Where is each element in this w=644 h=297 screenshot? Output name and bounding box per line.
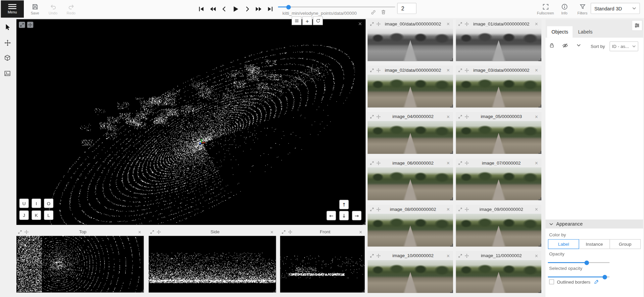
resize-handle[interactable]: [362, 290, 365, 293]
delete-button[interactable]: [380, 9, 386, 15]
undo-button[interactable]: Undo: [44, 1, 62, 17]
resize-handle[interactable]: [363, 222, 366, 225]
resize-handle[interactable]: [450, 58, 453, 61]
color-by-instance-option[interactable]: Instance: [579, 239, 610, 249]
resize-handle[interactable]: [539, 244, 542, 247]
filters-button[interactable]: Filters: [574, 1, 592, 17]
slider-handle[interactable]: [602, 275, 607, 279]
next-frame-button[interactable]: [242, 3, 252, 15]
hotkey-i-button[interactable]: I: [32, 198, 41, 208]
close-button[interactable]: ×: [534, 160, 539, 166]
redo-button[interactable]: Redo: [62, 1, 80, 17]
move-button[interactable]: [464, 253, 469, 258]
play-button[interactable]: [231, 3, 241, 15]
pan-down-button[interactable]: ↓: [339, 211, 349, 220]
move-button[interactable]: [464, 21, 469, 26]
tab-objects[interactable]: Objects: [547, 26, 573, 38]
move-button[interactable]: [464, 207, 469, 211]
resize-handle[interactable]: [539, 290, 542, 293]
resize-handle[interactable]: [273, 290, 276, 293]
resize-handle[interactable]: [539, 105, 542, 108]
camera-image[interactable]: [456, 75, 542, 108]
side-view-canvas[interactable]: [149, 236, 276, 293]
close-button[interactable]: ×: [445, 21, 451, 26]
pan-left-button[interactable]: ←: [327, 211, 336, 220]
close-button[interactable]: ×: [534, 114, 539, 119]
context-menu-button[interactable]: [292, 16, 301, 25]
expand-button[interactable]: [370, 161, 374, 165]
expand-button[interactable]: [370, 253, 374, 258]
timeline-slider[interactable]: [278, 4, 395, 10]
close-button[interactable]: ×: [269, 229, 275, 235]
expand-button[interactable]: [458, 207, 462, 211]
slider-handle[interactable]: [286, 5, 291, 9]
resize-handle[interactable]: [450, 290, 453, 293]
resize-handle[interactable]: [539, 151, 542, 154]
move-button[interactable]: [376, 68, 381, 72]
pan-right-button[interactable]: →: [352, 211, 361, 220]
camera-image[interactable]: [367, 28, 453, 61]
close-button[interactable]: ×: [445, 114, 451, 119]
select-tool-button[interactable]: [2, 21, 13, 33]
close-button[interactable]: ×: [445, 67, 451, 73]
move-button[interactable]: [464, 68, 469, 72]
move-button[interactable]: [27, 22, 33, 28]
camera-image[interactable]: [456, 214, 542, 247]
view-mode-select[interactable]: Standard 3D: [591, 3, 640, 14]
move-button[interactable]: [376, 207, 381, 211]
move-button[interactable]: [156, 230, 161, 234]
frame-input[interactable]: [397, 3, 417, 14]
expand-button[interactable]: [458, 114, 462, 119]
image-tool-button[interactable]: [2, 68, 13, 79]
previous-frame-button[interactable]: [219, 3, 229, 15]
expand-button[interactable]: [150, 230, 154, 234]
move-button[interactable]: [464, 114, 469, 119]
close-button[interactable]: ×: [445, 253, 451, 258]
hide-all-button[interactable]: [562, 42, 568, 49]
resize-handle[interactable]: [450, 197, 453, 200]
color-by-label-option[interactable]: Label: [548, 239, 579, 249]
expand-button[interactable]: [458, 21, 462, 26]
copy-link-button[interactable]: [370, 9, 376, 15]
cuboid-tool-button[interactable]: [2, 52, 13, 63]
camera-image[interactable]: [367, 121, 453, 154]
expand-button[interactable]: [370, 21, 374, 26]
move-button[interactable]: [24, 230, 29, 234]
panel-toggle-button[interactable]: [632, 20, 642, 31]
lock-button[interactable]: [549, 42, 555, 48]
opacity-slider[interactable]: [548, 260, 610, 265]
color-by-group-option[interactable]: Group: [609, 239, 641, 249]
expand-button[interactable]: [458, 253, 462, 258]
camera-image[interactable]: [367, 75, 453, 108]
slider-handle[interactable]: [585, 260, 589, 265]
front-view-canvas[interactable]: [280, 236, 365, 293]
fullscreen-button[interactable]: Fullscreen: [536, 1, 554, 17]
close-button[interactable]: ×: [358, 20, 362, 26]
resize-handle[interactable]: [450, 105, 453, 108]
expand-button[interactable]: [458, 161, 462, 165]
save-button[interactable]: Save: [26, 1, 44, 17]
move-button[interactable]: [288, 230, 292, 234]
resize-handle[interactable]: [539, 58, 542, 61]
resize-handle[interactable]: [450, 151, 453, 154]
appearance-header[interactable]: Appearance: [545, 220, 643, 229]
pan-up-button[interactable]: ↑: [339, 200, 349, 209]
outlined-borders-checkbox[interactable]: [549, 279, 554, 284]
close-button[interactable]: ×: [534, 21, 539, 26]
expand-list-button[interactable]: [577, 44, 581, 47]
expand-button[interactable]: [458, 68, 462, 72]
info-button[interactable]: Info: [555, 1, 574, 17]
close-button[interactable]: ×: [445, 206, 451, 212]
camera-image[interactable]: [456, 260, 542, 293]
close-button[interactable]: ×: [534, 206, 539, 212]
hotkey-j-button[interactable]: J: [19, 211, 29, 220]
fast-forward-button[interactable]: [253, 3, 264, 15]
rewind-button[interactable]: [207, 3, 218, 15]
move-button[interactable]: [376, 114, 381, 119]
hotkey-l-button[interactable]: L: [44, 211, 53, 220]
expand-button[interactable]: [19, 22, 25, 28]
move-button[interactable]: [376, 253, 381, 258]
camera-image[interactable]: [367, 167, 453, 200]
move-button[interactable]: [376, 21, 381, 26]
hotkey-o-button[interactable]: O: [44, 198, 53, 208]
